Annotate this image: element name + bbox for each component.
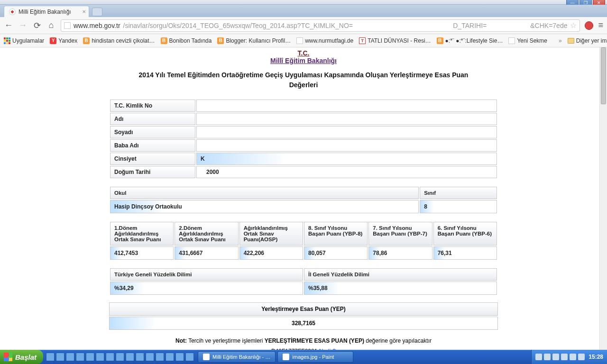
address-bar[interactable]: www.meb.gov.tr/sinavlar/sorgu/Oks/2014_T… bbox=[61, 19, 580, 32]
header-sinif: Sınıf bbox=[420, 187, 497, 199]
value-adi bbox=[196, 113, 497, 125]
quick-launch-icon[interactable] bbox=[136, 353, 144, 361]
quick-launch-icon[interactable] bbox=[56, 353, 64, 361]
home-button[interactable]: ⌂ bbox=[46, 20, 56, 30]
bookmark-item[interactable]: B●:*¨ ●:*¨:Lifestyle Sie… bbox=[437, 37, 503, 44]
bookmark-item[interactable]: BBonibon Tadında bbox=[161, 37, 212, 44]
tray-icon[interactable] bbox=[544, 354, 551, 360]
value-okul: Hasip Dinçsoy Ortaokulu bbox=[110, 200, 419, 213]
score-header: 1.Dönem Ağırlıklandırılmış Ortak Sınav P… bbox=[110, 222, 174, 246]
value-soyadi bbox=[196, 126, 497, 138]
taskbar-clock[interactable]: 15:28 bbox=[589, 354, 603, 360]
quick-launch bbox=[43, 353, 197, 361]
windows-taskbar: Başlat Milli Eğitim Bakanlığı - … images… bbox=[0, 350, 607, 364]
bookmark-item[interactable]: TTATLI DÜNYASI - Resi… bbox=[359, 37, 431, 44]
pct-value: %35,88 bbox=[304, 282, 497, 295]
bookmark-item[interactable]: YYandex bbox=[50, 37, 77, 44]
blogger-icon: B bbox=[83, 37, 90, 44]
start-label: Başlat bbox=[15, 353, 37, 361]
quick-launch-icon[interactable] bbox=[96, 353, 104, 361]
bookmark-star-icon[interactable]: ☆ bbox=[570, 21, 577, 30]
label-adi: Adı bbox=[110, 113, 195, 125]
label-dogum: Doğum Tarihi bbox=[110, 166, 195, 178]
quick-launch-icon[interactable] bbox=[86, 353, 94, 361]
header-tc: T.C. bbox=[109, 49, 498, 57]
bookmark-item[interactable]: www.nurmutfagi.de bbox=[296, 37, 353, 44]
start-button[interactable]: Başlat bbox=[0, 350, 43, 364]
tray-icon[interactable] bbox=[552, 354, 559, 360]
tray-icon[interactable] bbox=[570, 354, 576, 360]
quick-launch-icon[interactable] bbox=[66, 353, 74, 361]
folder-icon bbox=[568, 38, 574, 44]
new-tab-button[interactable] bbox=[92, 8, 102, 16]
bookmark-item[interactable]: Bhindistan cevizli çikolat… bbox=[83, 37, 155, 44]
value-dogum: 2000 bbox=[196, 166, 497, 178]
score-header: 6. Sınıf Yılsonu Başarı Puanı (YBP-6) bbox=[433, 222, 497, 246]
taskbar-task[interactable]: images.jpg - Paint bbox=[277, 351, 353, 363]
forward-button[interactable]: → bbox=[18, 20, 28, 30]
header-okul: Okul bbox=[110, 187, 419, 199]
school-table: Okul Sınıf Hasip Dinçsoy Ortaokulu 8 bbox=[109, 186, 498, 214]
score-value: 78,86 bbox=[368, 246, 432, 260]
quick-launch-icon[interactable] bbox=[156, 353, 164, 361]
site-icon: T bbox=[359, 37, 366, 44]
browser-tab-active[interactable]: Milli Eğitim Bakanlığı × bbox=[4, 6, 89, 17]
tray-icon[interactable] bbox=[578, 354, 585, 360]
paint-icon bbox=[283, 354, 289, 360]
score-header: 7. Sınıf Yılsonu Başarı Puanı (YBP-7) bbox=[368, 222, 432, 246]
quick-launch-icon[interactable] bbox=[126, 353, 134, 361]
taskbar-task[interactable]: Milli Eğitim Bakanlığı - … bbox=[198, 351, 276, 363]
quick-launch-icon[interactable] bbox=[185, 353, 194, 361]
scrollbar-thumb[interactable] bbox=[601, 47, 606, 104]
value-baba bbox=[196, 139, 497, 152]
quick-launch-icon[interactable] bbox=[175, 353, 184, 361]
label-cinsiyet: Cinsiyet bbox=[110, 153, 195, 165]
quick-launch-icon[interactable] bbox=[166, 353, 174, 361]
label-baba: Baba Adı bbox=[110, 139, 195, 152]
favicon-icon bbox=[9, 9, 16, 15]
bookmark-item[interactable]: Yeni Sekme bbox=[508, 37, 547, 44]
extension-icon[interactable] bbox=[585, 21, 593, 30]
label-soyadi: Soyadı bbox=[110, 126, 195, 138]
close-tab-icon[interactable]: × bbox=[82, 8, 86, 15]
page-viewport: T.C. Millî Eğitim Bakanlığı 2014 Yılı Te… bbox=[0, 47, 607, 350]
apps-button[interactable]: Uygulamalar bbox=[4, 37, 44, 44]
note-prefix: Not: bbox=[175, 337, 187, 344]
vertical-scrollbar[interactable] bbox=[599, 47, 607, 350]
quick-launch-icon[interactable] bbox=[146, 353, 154, 361]
score-value: 422,206 bbox=[239, 246, 303, 260]
yep-value: 328,7165 bbox=[109, 317, 498, 330]
tab-title: Milli Eğitim Bakanlığı bbox=[18, 9, 71, 15]
chrome-menu-icon[interactable]: ≡ bbox=[598, 20, 603, 30]
quick-launch-icon[interactable] bbox=[106, 353, 114, 361]
score-value: 80,057 bbox=[304, 246, 368, 260]
page-title: 2014 Yılı Temel Eğitimden Ortaöğretime G… bbox=[128, 70, 479, 90]
tray-icon[interactable] bbox=[561, 354, 568, 360]
value-cinsiyet: K bbox=[196, 153, 497, 165]
quick-launch-icon[interactable] bbox=[46, 353, 55, 361]
note-bold: YERLEŞTİRMEYE ESAS PUAN (YEP) bbox=[265, 337, 364, 344]
other-bookmarks[interactable]: Diğer yer imleri bbox=[568, 37, 607, 44]
browser-toolbar: ← → ⟳ ⌂ www.meb.gov.tr/sinavlar/sorgu/Ok… bbox=[0, 17, 607, 34]
pct-value: %34,29 bbox=[110, 282, 303, 295]
apps-grid-icon bbox=[4, 37, 10, 44]
header-ministry: Millî Eğitim Bakanlığı bbox=[109, 57, 498, 64]
window-frame-top: — ❐ ✕ bbox=[0, 0, 607, 5]
reload-button[interactable]: ⟳ bbox=[32, 20, 42, 31]
back-button[interactable]: ← bbox=[4, 20, 13, 30]
quick-launch-icon[interactable] bbox=[116, 353, 124, 361]
system-tray: 15:28 bbox=[531, 350, 607, 364]
overflow-chevron-icon[interactable]: » bbox=[559, 37, 562, 44]
value-tc-kimlik bbox=[196, 100, 497, 112]
score-value: 412,7453 bbox=[110, 246, 174, 260]
page-icon bbox=[64, 22, 71, 29]
tray-icon[interactable] bbox=[535, 354, 542, 360]
url-host: www.meb.gov.tr bbox=[74, 22, 120, 29]
pct-header: İl Geneli Yüzdelik Dilimi bbox=[304, 268, 497, 281]
quick-launch-icon[interactable] bbox=[76, 353, 84, 361]
pct-header: Türkiye Geneli Yüzdelik Dilimi bbox=[110, 268, 303, 281]
blogger-icon: B bbox=[437, 37, 443, 44]
bookmark-item[interactable]: BBlogger: Kullanıcı Profil… bbox=[217, 37, 291, 44]
blogger-icon: B bbox=[161, 37, 167, 44]
tab-strip: Milli Eğitim Bakanlığı × bbox=[0, 5, 607, 17]
